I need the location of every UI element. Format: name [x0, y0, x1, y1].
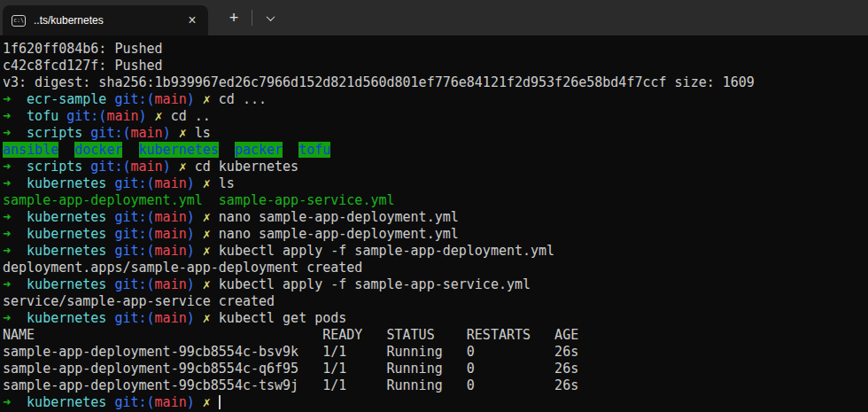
- terminal-text-segment: ✗: [179, 125, 187, 141]
- terminal-text-segment: [195, 276, 203, 292]
- terminal-text-segment: [11, 159, 27, 175]
- terminal-text-segment: cd ..: [163, 108, 211, 124]
- terminal-text-segment: git:(: [66, 108, 106, 124]
- terminal-text-segment: ✗: [155, 108, 163, 124]
- terminal-text-segment: sample-app-deployment-99cb8554c-tsw9j 1/…: [3, 377, 578, 393]
- chevron-down-icon: [266, 12, 275, 21]
- terminal-text-segment: [11, 276, 27, 292]
- terminal-line: ➜ kubernetes git:(main) ✗ kubectl apply …: [3, 276, 868, 293]
- terminal-text-segment: main: [155, 310, 187, 326]
- terminal-text-segment: git:(: [114, 209, 154, 225]
- terminal-text-segment: git:(: [114, 276, 154, 292]
- terminal-text-segment: ➜: [3, 125, 11, 141]
- terminal-text-segment: ls: [211, 175, 235, 191]
- terminal-text-segment: [11, 226, 27, 242]
- terminal-text-segment: [11, 209, 27, 225]
- terminal-output[interactable]: 1f620ff084b6: Pushedc42c8fcd127f: Pushed…: [0, 35, 868, 411]
- terminal-line: ansible docker kubernetes packer tofu: [3, 142, 868, 159]
- terminal-text-segment: [195, 394, 203, 410]
- new-tab-button[interactable]: +: [223, 7, 244, 28]
- terminal-text-segment: [11, 310, 27, 326]
- terminal-text-segment: kubectl apply -f sample-app-deployment.y…: [211, 243, 554, 259]
- terminal-text-segment: kubernetes: [27, 175, 106, 191]
- terminal-text-segment: [58, 142, 74, 158]
- close-tab-icon[interactable]: ×: [183, 12, 201, 29]
- terminal-text-segment: ✗: [203, 175, 211, 191]
- tab-title: ..ts/kubernetes: [34, 14, 175, 27]
- terminal-text-segment: scripts: [27, 159, 82, 175]
- terminal-text-segment: [147, 108, 155, 124]
- terminal-text-segment: kubernetes: [139, 142, 219, 158]
- terminal-text-segment: kubernetes: [27, 209, 106, 225]
- terminal-text-segment: main: [131, 159, 163, 175]
- terminal-text-segment: main: [155, 276, 187, 292]
- terminal-text-segment: ): [187, 226, 195, 242]
- terminal-text-segment: sample-app-deployment-99cb8554c-bsv9k 1/…: [3, 344, 578, 360]
- terminal-line: service/sample-app-service created: [3, 293, 868, 310]
- terminal-text-segment: ➜: [3, 175, 11, 191]
- terminal-text-segment: ✗: [203, 209, 211, 225]
- terminal-text-segment: service/sample-app-service created: [3, 293, 275, 309]
- terminal-text-segment: kubernetes: [27, 243, 106, 259]
- terminal-text-segment: ): [187, 175, 195, 191]
- terminal-text-segment: packer: [235, 142, 283, 158]
- terminal-text-segment: kubectl apply -f sample-app-service.yml: [211, 276, 531, 292]
- terminal-text-segment: kubernetes: [27, 394, 106, 410]
- terminal-line: ➜ ecr-sample git:(main) ✗ cd ...: [3, 91, 868, 108]
- terminal-line: sample-app-deployment-99cb8554c-q6f95 1/…: [3, 361, 868, 377]
- terminal-text-segment: [283, 142, 298, 158]
- tab-kubernetes[interactable]: c:\ ..ts/kubernetes ×: [3, 5, 208, 35]
- terminal-text-segment: git:(: [114, 226, 154, 242]
- terminal-text-segment: [82, 125, 90, 141]
- terminal-line: c42c8fcd127f: Pushed: [3, 58, 868, 74]
- terminal-text-segment: tofu: [298, 142, 330, 158]
- terminal-text-segment: sample-app-deployment.yml sample-app-ser…: [3, 192, 395, 208]
- terminal-text-segment: ansible: [3, 142, 58, 158]
- terminal-text-segment: ➜: [3, 159, 11, 175]
- terminal-text-segment: ➜: [3, 108, 11, 124]
- tab-bar: c:\ ..ts/kubernetes × +: [0, 0, 868, 35]
- terminal-text-segment: [171, 159, 179, 175]
- terminal-text-segment: ➜: [3, 394, 11, 410]
- tab-dropdown-button[interactable]: [260, 7, 281, 28]
- command-prompt-icon: c:\: [12, 15, 26, 27]
- terminal-text-segment: [58, 108, 66, 124]
- terminal-cursor: [219, 395, 221, 409]
- terminal-text-segment: cd ...: [211, 91, 267, 107]
- terminal-text-segment: [195, 226, 203, 242]
- terminal-text-segment: main: [106, 108, 138, 124]
- terminal-line: ➜ kubernetes git:(main) ✗: [3, 394, 868, 411]
- terminal-text-segment: main: [155, 243, 187, 259]
- terminal-text-segment: ✗: [203, 243, 211, 259]
- terminal-line: ➜ kubernetes git:(main) ✗ kubectl get po…: [3, 310, 868, 327]
- terminal-text-segment: ): [187, 243, 195, 259]
- terminal-text-segment: ): [187, 209, 195, 225]
- terminal-text-segment: [11, 125, 27, 141]
- terminal-text-segment: cd kubernetes: [187, 159, 298, 175]
- terminal-text-segment: ➜: [3, 310, 11, 326]
- terminal-text-segment: main: [155, 209, 187, 225]
- terminal-line: 1f620ff084b6: Pushed: [3, 41, 868, 58]
- terminal-line: NAME READY STATUS RESTARTS AGE: [3, 327, 868, 344]
- terminal-line: ➜ kubernetes git:(main) ✗ kubectl apply …: [3, 243, 868, 260]
- terminal-text-segment: c42c8fcd127f: Pushed: [3, 58, 163, 74]
- terminal-text-segment: git:(: [90, 125, 130, 141]
- terminal-text-segment: [11, 108, 27, 124]
- terminal-text-segment: nano sample-app-deployment.yml: [211, 226, 459, 242]
- terminal-text-segment: kubernetes: [27, 310, 106, 326]
- terminal-text-segment: [82, 159, 90, 175]
- terminal-text-segment: git:(: [114, 243, 154, 259]
- terminal-text-segment: git:(: [114, 175, 154, 191]
- terminal-text-segment: [11, 394, 27, 410]
- terminal-text-segment: ): [187, 276, 195, 292]
- terminal-text-segment: ): [187, 91, 195, 107]
- terminal-line: sample-app-deployment-99cb8554c-tsw9j 1/…: [3, 377, 868, 394]
- terminal-text-segment: kubernetes: [27, 226, 106, 242]
- terminal-text-segment: ➜: [3, 276, 11, 292]
- terminal-text-segment: git:(: [90, 159, 130, 175]
- terminal-text-segment: ➜: [3, 91, 11, 107]
- terminal-text-segment: [11, 91, 27, 107]
- terminal-text-segment: [211, 394, 219, 410]
- terminal-text-segment: ✗: [203, 310, 211, 326]
- terminal-text-segment: ): [163, 125, 171, 141]
